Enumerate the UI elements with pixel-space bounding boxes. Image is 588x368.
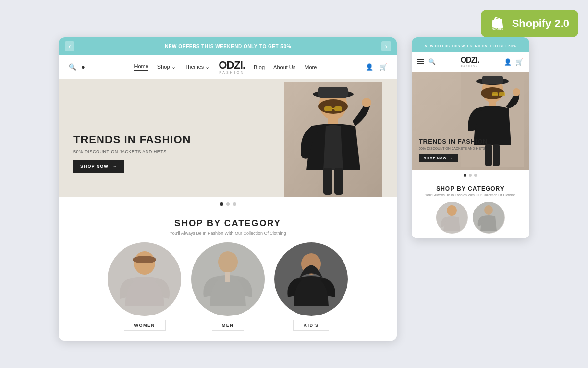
hero-content: TRENDS IN FASHION 50% DISCOUNT ON JACKET…: [74, 133, 191, 173]
hero-subtitle: 50% DISCOUNT ON JACKETS AND HETS.: [74, 149, 191, 154]
mobile-cat-men[interactable]: [473, 202, 505, 234]
nav-right: 👤 🛒: [366, 63, 387, 71]
dot-1[interactable]: [220, 202, 223, 206]
desktop-category-section: SHOP BY CATEGORY You'll Always Be In Fas…: [59, 210, 397, 341]
women-label: WOMEN: [124, 320, 166, 331]
svg-rect-25: [482, 76, 503, 84]
prev-slide-button[interactable]: ‹: [65, 41, 74, 51]
desktop-shop-now-button[interactable]: SHOP NOW →: [74, 160, 124, 173]
mobile-logo-main: ODZI.: [461, 56, 479, 64]
mobile-category-section: SHOP BY CATEGORY You'll Always Be In Fas…: [412, 181, 529, 238]
svg-point-8: [362, 98, 371, 107]
mobile-arrow-icon: →: [449, 157, 453, 160]
svg-rect-9: [324, 106, 332, 111]
svg-rect-12: [323, 168, 332, 195]
logo-main: ODZI.: [219, 59, 245, 71]
category-men[interactable]: MEN: [191, 242, 265, 331]
nav-center: Home Shop ⌄ Themes ⌄ ODZI. FASHION Blog …: [134, 60, 317, 74]
nav-shop[interactable]: Shop ⌄: [157, 64, 176, 70]
nav-about[interactable]: About Us: [273, 64, 295, 70]
category-grid: WOMEN MEN: [69, 242, 387, 331]
desktop-announcement-bar: ‹ NEW OFFERS THIS WEEKEND ONLY TO GET 50…: [59, 37, 397, 55]
mobile-dot-2[interactable]: [469, 174, 472, 177]
category-title: SHOP BY CATEGORY: [69, 218, 387, 229]
men-label: MEN: [212, 320, 245, 331]
kids-label: KID'S: [293, 320, 329, 331]
mobile-dot-1[interactable]: [464, 174, 466, 177]
mobile-search-icon[interactable]: 🔍: [428, 58, 436, 65]
shopify-logo-icon: SHOPIFY: [490, 15, 507, 32]
mobile-logo-sub: FASHION: [461, 65, 479, 68]
category-subtitle: You'll Always Be In Fashion With Our Col…: [69, 231, 387, 236]
svg-rect-7: [328, 117, 338, 125]
desktop-mockup: ‹ NEW OFFERS THIS WEEKEND ONLY TO GET 50…: [59, 37, 397, 341]
shop-now-label: SHOP NOW: [80, 164, 109, 169]
svg-point-6: [318, 99, 348, 114]
mobile-hero-content: TRENDS IN FASHION 50% DISCOUNT ON JACKET…: [419, 138, 522, 162]
desktop-slide-dots: [59, 197, 397, 210]
nav-more[interactable]: More: [304, 64, 317, 70]
mobile-nav: 🔍 ODZI. FASHION 👤 🛒: [412, 52, 529, 72]
hero-person-image: [284, 82, 382, 197]
mobile-hero-subtitle: 50% DISCOUNT ON JACKETS AND HETS.: [419, 147, 522, 150]
mobile-hero: TRENDS IN FASHION 50% DISCOUNT ON JACKET…: [412, 72, 529, 170]
desktop-nav: 🔍 ● Home Shop ⌄ Themes ⌄ ODZI. FASHION B…: [59, 55, 397, 79]
category-kids[interactable]: KID'S: [274, 242, 348, 331]
main-container: ‹ NEW OFFERS THIS WEEKEND ONLY TO GET 50…: [49, 27, 539, 350]
mobile-cat-women[interactable]: [436, 202, 468, 234]
mobile-shop-now-label: SHOP NOW: [424, 157, 447, 160]
mobile-hero-image: TRENDS IN FASHION 50% DISCOUNT ON JACKET…: [412, 72, 529, 170]
nav-left: 🔍 ●: [69, 63, 85, 71]
mobile-women-circle: [436, 202, 468, 234]
desktop-brand-logo: ODZI. FASHION: [219, 60, 245, 74]
mobile-dot-3[interactable]: [474, 174, 477, 177]
mobile-announcement-bar: NEW OFFERS THIS WEEKEND ONLY TO GET 50%: [412, 37, 529, 52]
shopify-badge-text: Shopify 2.0: [512, 17, 569, 30]
dot-3[interactable]: [233, 202, 236, 206]
svg-rect-19: [225, 272, 230, 282]
arrow-icon: →: [113, 164, 118, 169]
mobile-nav-left: 🔍: [417, 58, 436, 65]
svg-point-18: [218, 251, 238, 273]
svg-point-37: [484, 205, 493, 215]
mobile-nav-right: 👤 🛒: [504, 58, 523, 66]
mobile-men-circle: [473, 202, 505, 234]
men-circle: [191, 242, 265, 316]
cart-icon[interactable]: ●: [81, 63, 85, 71]
mobile-brand-logo: ODZI. FASHION: [461, 56, 479, 68]
svg-rect-10: [334, 106, 342, 111]
svg-rect-13: [334, 168, 343, 195]
desktop-announcement-text: NEW OFFERS THIS WEEKEND ONLY TO GET 50%: [74, 44, 381, 49]
bag-icon[interactable]: 🛒: [379, 63, 387, 71]
category-women[interactable]: WOMEN: [108, 242, 181, 331]
mobile-shop-now-button[interactable]: SHOP NOW →: [419, 154, 458, 162]
nav-home[interactable]: Home: [134, 63, 148, 71]
hero-title: TRENDS IN FASHION: [74, 133, 191, 146]
mobile-slide-dots: [412, 170, 529, 181]
account-icon[interactable]: 👤: [366, 63, 373, 71]
svg-text:SHOPIFY: SHOPIFY: [492, 28, 503, 31]
women-circle: [108, 242, 181, 316]
svg-rect-5: [318, 87, 348, 98]
kids-circle: [274, 242, 348, 316]
svg-point-28: [513, 88, 520, 96]
mobile-hero-title: TRENDS IN FASHION: [419, 138, 522, 145]
search-icon[interactable]: 🔍: [69, 63, 76, 71]
svg-point-16: [133, 256, 156, 263]
mobile-category-subtitle: You'll Always Be In Fashion With Our Col…: [416, 193, 524, 197]
nav-blog[interactable]: Blog: [254, 64, 265, 70]
mobile-bag-icon[interactable]: 🛒: [515, 58, 523, 66]
logo-sub: FASHION: [219, 71, 245, 74]
nav-themes[interactable]: Themes ⌄: [185, 64, 210, 70]
shopify-badge: SHOPIFY Shopify 2.0: [481, 10, 578, 37]
svg-rect-29: [499, 92, 505, 96]
mobile-mockup: NEW OFFERS THIS WEEKEND ONLY TO GET 50% …: [412, 37, 529, 238]
mobile-category-grid: [416, 202, 524, 234]
next-slide-button[interactable]: ›: [381, 41, 391, 51]
dot-2[interactable]: [226, 202, 230, 206]
mobile-announcement-text: NEW OFFERS THIS WEEKEND ONLY TO GET 50%: [425, 44, 516, 48]
mobile-category-title: SHOP BY CATEGORY: [416, 185, 524, 192]
mobile-account-icon[interactable]: 👤: [504, 58, 512, 66]
desktop-hero: TRENDS IN FASHION 50% DISCOUNT ON JACKET…: [59, 79, 397, 197]
hamburger-icon[interactable]: [417, 59, 424, 64]
